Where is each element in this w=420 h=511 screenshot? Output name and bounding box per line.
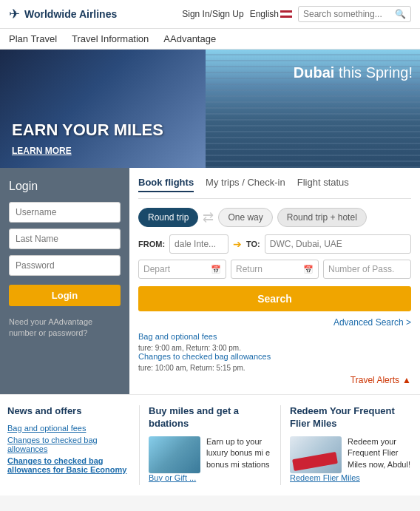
booking-tabs: Book flights My trips / Check-in Flight …: [138, 177, 411, 199]
from-label: FROM:: [138, 240, 165, 248]
redeem-content: Redeem your Frequent Flier Miles now, Ab…: [290, 436, 413, 485]
to-label: TO:: [246, 240, 260, 248]
tab-flight-status[interactable]: Flight status: [297, 177, 349, 192]
to-input[interactable]: [265, 234, 411, 254]
info-line-2: ture: 10:00 am, Return: 5:15 pm.: [138, 364, 245, 372]
miles-thumbnail: [149, 436, 200, 473]
news-title: News and offers: [7, 405, 130, 418]
username-input[interactable]: [9, 202, 121, 223]
login-panel: Login Login Need your AAdvantage number …: [0, 168, 129, 394]
login-button[interactable]: Login: [9, 285, 121, 306]
depart-calendar-icon: 📅: [211, 265, 221, 274]
tab-my-trips[interactable]: My trips / Check-in: [206, 177, 285, 192]
lastname-input[interactable]: [9, 229, 121, 249]
search-box: 🔍: [298, 6, 411, 22]
alert-icon: ▲: [402, 375, 411, 385]
login-forgot: Need your AAdvantage number or password?: [9, 317, 121, 339]
plane-icon: ✈: [9, 6, 20, 22]
hero-learn-more[interactable]: LEARN MORE: [12, 146, 203, 156]
trip-type-selector: Round trip ⇄ One way Round trip + hotel: [138, 208, 411, 227]
hero-banner: EARN YOUR MILES LEARN MORE Dubai this Sp…: [0, 50, 420, 168]
header: ✈ Worldwide Airlines Sign In/Sign Up Eng…: [0, 0, 420, 29]
return-input[interactable]: Return 📅: [231, 260, 319, 279]
info-line-1: ture: 9:00 am, Return: 3:00 pm.: [138, 344, 241, 352]
redeem-title: Redeem Your Frequent Flier Miles: [290, 405, 413, 430]
nav-travel-info[interactable]: Travel Information: [72, 33, 149, 44]
dubai-rest: this Spring!: [334, 64, 413, 81]
bottom-area: News and offers Bag and optional fees Ch…: [0, 394, 420, 495]
advanced-search-link[interactable]: Advanced Search >: [138, 317, 411, 328]
checked-bag-link[interactable]: Changes to checked bag allowances: [138, 352, 411, 361]
login-title: Login: [9, 180, 121, 193]
logo: ✈ Worldwide Airlines: [9, 6, 117, 22]
date-row: Depart 📅 Return 📅 Number of Pass.: [138, 260, 411, 279]
from-input[interactable]: [169, 234, 228, 254]
miles-title: Buy miles and get a bdations: [149, 405, 271, 430]
sign-in-link[interactable]: Sign In/Sign Up: [182, 9, 243, 19]
hero-dubai-text: Dubai this Spring!: [294, 64, 413, 81]
red-plane-thumbnail-img: [290, 436, 342, 473]
dubai-bold: Dubai: [294, 64, 335, 81]
travel-alerts-text: Travel Alerts: [350, 375, 399, 385]
miles-link[interactable]: Buy or Gift ...: [149, 473, 271, 482]
flag-icon: [280, 10, 292, 18]
info-links: Bag and optional fees ture: 9:00 am, Ret…: [138, 332, 411, 372]
lang-label: English: [250, 9, 279, 19]
col-sep-1: [139, 405, 140, 485]
plane-thumbnail-img: [149, 436, 200, 473]
nav-aadvantage[interactable]: AAdvantage: [163, 33, 216, 44]
one-way-button[interactable]: One way: [218, 208, 272, 227]
miles-col: Buy miles and get a bdations Earn up to …: [149, 405, 271, 485]
nav-bar: Plan Travel Travel Information AAdvantag…: [0, 29, 420, 50]
header-right: Sign In/Sign Up English 🔍: [182, 6, 411, 22]
hero-right: Dubai this Spring!: [206, 50, 420, 168]
return-calendar-icon: 📅: [303, 265, 314, 274]
passengers-input[interactable]: Number of Pass.: [323, 260, 411, 279]
route-row: FROM: ➔ TO:: [138, 234, 411, 254]
password-input[interactable]: [9, 255, 121, 276]
bag-fees-link[interactable]: Bag and optional fees: [138, 332, 411, 341]
redeem-thumbnail: [290, 436, 342, 473]
depart-input[interactable]: Depart 📅: [138, 260, 226, 279]
lang-selector[interactable]: English: [250, 9, 292, 19]
news-link-1[interactable]: Bag and optional fees: [7, 424, 130, 433]
search-icon[interactable]: 🔍: [395, 9, 406, 19]
round-trip-button[interactable]: Round trip: [138, 208, 198, 227]
main-area: Login Login Need your AAdvantage number …: [0, 168, 420, 394]
arrow-icon: ➔: [233, 238, 242, 250]
news-link-3[interactable]: Changes to checked bag allowances for Ba…: [7, 456, 130, 474]
nav-plan-travel[interactable]: Plan Travel: [9, 33, 57, 44]
logo-text: Worldwide Airlines: [24, 8, 117, 20]
booking-panel: Book flights My trips / Check-in Flight …: [129, 168, 420, 394]
hero-left: EARN YOUR MILES LEARN MORE: [0, 50, 214, 168]
news-col: News and offers Bag and optional fees Ch…: [7, 405, 130, 485]
tab-book-flights[interactable]: Book flights: [138, 177, 194, 192]
redeem-col: Redeem Your Frequent Flier Miles Redeem …: [290, 405, 413, 485]
travel-alerts[interactable]: Travel Alerts ▲: [138, 375, 411, 385]
redeem-link[interactable]: Redeem Flier Miles: [290, 473, 413, 482]
round-trip-hotel-button[interactable]: Round trip + hotel: [277, 208, 367, 227]
swap-icon[interactable]: ⇄: [203, 209, 214, 226]
col-sep-2: [280, 405, 281, 485]
news-link-2[interactable]: Changes to checked bag allowances: [7, 436, 130, 453]
search-button[interactable]: Search: [138, 286, 411, 311]
search-input[interactable]: [303, 9, 392, 19]
hero-earn-text: EARN YOUR MILES: [12, 121, 203, 140]
miles-content: Earn up to your luxury bonus mi e bonus …: [149, 436, 271, 485]
